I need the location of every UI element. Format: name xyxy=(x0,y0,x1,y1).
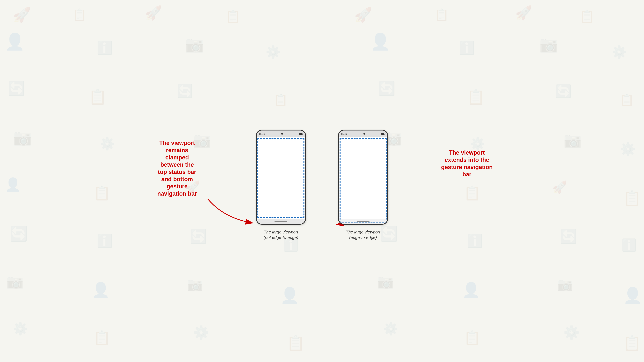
caption-not-edge-line2: (not edge-to-edge) xyxy=(264,235,298,240)
caption-edge-line1: The large viewport xyxy=(346,229,380,235)
caption-edge-line2: (edge-to-edge) xyxy=(346,235,380,240)
battery-left xyxy=(299,133,303,135)
gesture-bar-left xyxy=(274,221,288,222)
phone-not-edge: 11:45 xyxy=(256,130,306,225)
camera-dot-right xyxy=(364,133,365,135)
diagram-container: The viewport remains clamped between the… xyxy=(256,122,388,240)
annotation-right: The viewport extends into the gesture na… xyxy=(436,149,498,178)
phone-wrapper-edge: The viewport extends into the gesture na… xyxy=(338,130,388,240)
phone-body-left xyxy=(257,137,305,224)
status-bar-left: 11:45 xyxy=(257,130,305,137)
battery-fill-right xyxy=(382,133,384,134)
phone-wrapper-not-edge: The viewport remains clamped between the… xyxy=(256,130,306,240)
caption-edge: The large viewport (edge-to-edge) xyxy=(346,229,380,240)
status-time-left: 11:45 xyxy=(259,133,265,135)
caption-not-edge: The large viewport (not edge-to-edge) xyxy=(264,229,298,240)
nav-bar-right xyxy=(339,219,387,224)
camera-dot-left xyxy=(281,133,283,135)
viewport-border-right xyxy=(340,138,386,223)
battery-fill-left xyxy=(300,133,302,134)
caption-not-edge-line1: The large viewport xyxy=(264,229,298,235)
status-time-right: 11:45 xyxy=(341,133,347,135)
annotation-left: The viewport remains clamped between the… xyxy=(146,139,208,197)
main-content: The viewport remains clamped between the… xyxy=(0,0,644,362)
nav-bar-left xyxy=(257,219,305,224)
gesture-bar-right xyxy=(356,221,370,222)
status-bar-right: 11:45 xyxy=(339,130,387,137)
phone-edge: 11:45 xyxy=(338,130,388,225)
viewport-border-left xyxy=(258,138,304,218)
arrow-right xyxy=(385,130,498,242)
phone-body-right xyxy=(339,137,387,224)
battery-right xyxy=(382,133,385,135)
